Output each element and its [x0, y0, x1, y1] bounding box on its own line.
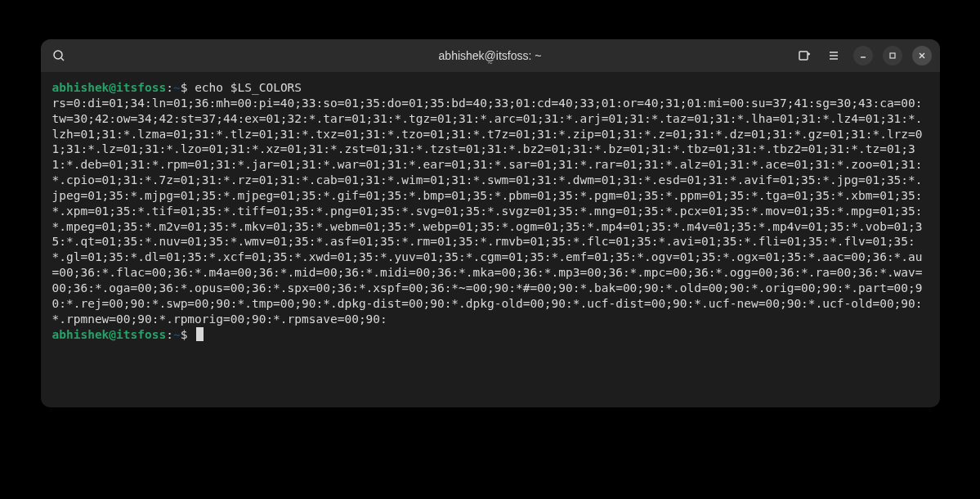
titlebar: abhishek@itsfoss: ~ ~ [41, 39, 940, 72]
prompt-user: abhishek [52, 81, 110, 94]
command-text: echo $LS_COLORS [195, 81, 302, 94]
prompt-at-2: @ [109, 328, 116, 341]
prompt-host-2: itsfoss [116, 328, 166, 341]
close-button[interactable] [912, 46, 932, 65]
titlebar-left [49, 46, 163, 65]
prompt-colon-2: : [166, 328, 173, 341]
prompt-dollar-2: $ [181, 328, 188, 341]
window-subtitle: ~ [487, 59, 492, 68]
cursor [196, 327, 204, 341]
maximize-button[interactable] [883, 46, 902, 65]
svg-point-0 [54, 51, 62, 59]
terminal-window: abhishek@itsfoss: ~ ~ [41, 39, 940, 407]
menu-icon[interactable] [824, 46, 844, 65]
prompt-path-2: ~ [173, 328, 181, 341]
prompt-user-2: abhishek [52, 328, 110, 341]
svg-rect-9 [890, 53, 895, 58]
new-tab-icon[interactable] [794, 46, 814, 65]
prompt-host: itsfoss [116, 81, 166, 94]
svg-rect-2 [799, 52, 808, 60]
svg-line-1 [61, 58, 64, 61]
command-output: rs=0:di=01;34:ln=01;36:mh=00:pi=40;33:so… [52, 97, 923, 326]
terminal-body[interactable]: abhishek@itsfoss:~$ echo $LS_COLORS rs=0… [41, 72, 940, 407]
prompt-path: ~ [173, 81, 181, 94]
search-icon[interactable] [49, 46, 69, 65]
prompt-dollar: $ [181, 81, 188, 94]
prompt-colon: : [166, 81, 173, 94]
prompt-at: @ [109, 81, 116, 94]
titlebar-right [768, 46, 932, 65]
minimize-button[interactable] [853, 46, 873, 65]
